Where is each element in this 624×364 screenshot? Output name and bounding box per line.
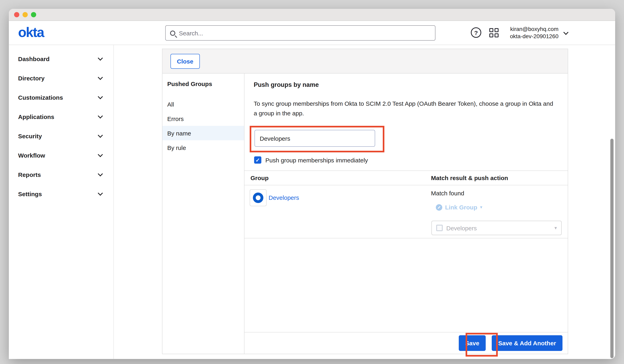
chevron-down-icon (98, 152, 103, 157)
global-search[interactable] (165, 25, 435, 41)
caret-down-icon: ▾ (480, 205, 482, 210)
account-menu[interactable]: kiran@boxyhq.com okta-dev-20901260 (510, 25, 558, 40)
pushed-groups-item-all[interactable]: All (162, 97, 244, 111)
card-body: Pushed Groups All Errors By name By rule… (162, 74, 568, 354)
group-name-link[interactable]: Developers (269, 194, 299, 201)
chevron-down-icon (98, 94, 103, 99)
push-groups-card: Close Pushed Groups All Errors By name B… (162, 49, 568, 354)
group-icon (253, 193, 263, 203)
chevron-down-icon (98, 75, 103, 79)
footer-actions: Save Save & Add Another (244, 332, 568, 354)
push-immediately-label: Push group memberships immediately (265, 157, 368, 164)
sidebar-item-settings[interactable]: Settings (9, 184, 113, 203)
apps-grid-icon[interactable] (489, 28, 499, 38)
table-row: Developers Match found Link Group ▾ Deve… (244, 185, 568, 238)
pushed-groups-item-errors[interactable]: Errors (162, 111, 244, 126)
okta-logo: okta (18, 25, 44, 40)
target-group-value: Developers (446, 225, 551, 231)
account-email: kiran@boxyhq.com (510, 25, 558, 32)
account-chevron-down-icon (563, 30, 568, 35)
card-toolbar: Close (162, 49, 568, 74)
column-group: Group (251, 175, 269, 181)
help-icon[interactable]: ? (471, 27, 481, 38)
push-by-name-panel: Push groups by name To sync group member… (244, 74, 568, 354)
sidebar-item-security[interactable]: Security (9, 126, 113, 146)
table-header: Group Match result & push action (244, 170, 568, 185)
link-icon (436, 204, 442, 210)
pushed-groups-panel: Pushed Groups All Errors By name By rule (162, 74, 244, 354)
column-match-result: Match result & push action (431, 175, 508, 181)
chevron-down-icon (98, 171, 103, 176)
app-header: okta ? kiran@boxyhq.com okta-dev-2090126… (9, 21, 615, 45)
traffic-light-minimize-icon[interactable] (23, 12, 28, 17)
push-immediately-checkbox[interactable]: ✓ (254, 156, 261, 164)
chevron-down-icon (98, 132, 103, 137)
search-icon (170, 30, 175, 36)
search-input[interactable] (179, 29, 431, 36)
traffic-light-zoom-icon[interactable] (31, 12, 36, 17)
target-group-select[interactable]: Developers ▾ (431, 221, 562, 235)
vertical-scrollbar[interactable] (610, 139, 614, 358)
link-group-button[interactable]: Link Group ▾ (436, 204, 482, 211)
chevron-down-icon (98, 190, 103, 195)
window-titlebar (9, 9, 615, 21)
sidebar-item-directory[interactable]: Directory (9, 68, 113, 88)
pushed-groups-item-by-name[interactable]: By name (162, 126, 244, 140)
group-search-input[interactable] (255, 130, 375, 147)
sidebar-item-customizations[interactable]: Customizations (9, 88, 113, 107)
select-caret-down-icon: ▾ (554, 225, 557, 231)
browser-window: okta ? kiran@boxyhq.com okta-dev-2090126… (9, 9, 615, 359)
chevron-down-icon (98, 113, 103, 118)
sidebar-item-reports[interactable]: Reports (9, 165, 113, 184)
screen: okta ? kiran@boxyhq.com okta-dev-2090126… (0, 0, 624, 364)
sidebar-item-workflow[interactable]: Workflow (9, 146, 113, 165)
page-title: Push groups by name (254, 81, 319, 88)
match-status: Match found (431, 190, 464, 197)
chevron-down-icon (98, 55, 103, 60)
link-group-label: Link Group (445, 204, 477, 211)
sidebar-item-dashboard[interactable]: Dashboard (9, 49, 113, 68)
pushed-groups-item-by-rule[interactable]: By rule (162, 140, 244, 155)
sidebar-item-applications[interactable]: Applications (9, 107, 113, 126)
account-org: okta-dev-20901260 (510, 32, 558, 40)
pushed-groups-title: Pushed Groups (162, 80, 244, 87)
traffic-light-close-icon[interactable] (14, 12, 19, 17)
save-button[interactable]: Save (459, 335, 486, 351)
page-description: To sync group memberships from Okta to S… (254, 99, 553, 118)
save-add-another-button[interactable]: Save & Add Another (492, 335, 563, 351)
close-button[interactable]: Close (170, 54, 200, 69)
sidebar-nav: Dashboard Directory Customizations Appli… (9, 45, 114, 359)
group-icon-tile (250, 189, 267, 206)
group-placeholder-icon (436, 225, 443, 231)
